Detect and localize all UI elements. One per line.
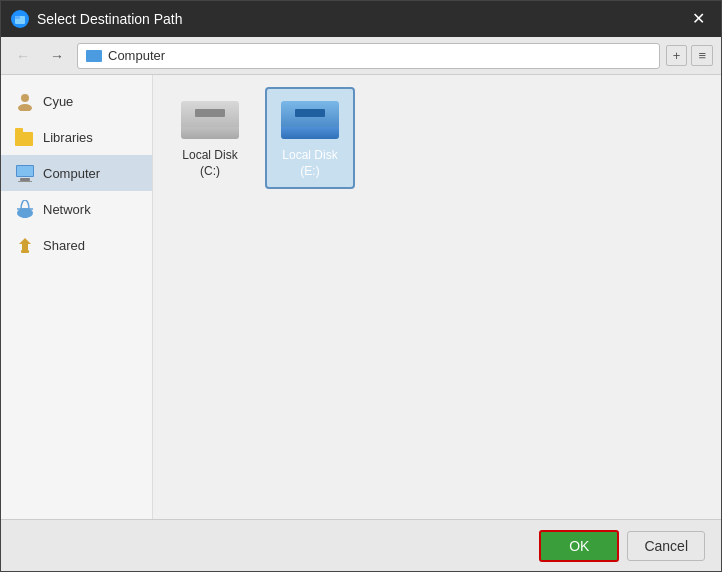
file-grid: Local Disk (C:) Local Disk (E:): [165, 87, 709, 189]
view-toggle-button[interactable]: ≡: [691, 45, 713, 66]
footer: OK Cancel: [1, 519, 721, 571]
select-destination-dialog: Select Destination Path ✕ ← → Computer +…: [0, 0, 722, 572]
disk-c-label: Local Disk (C:): [173, 148, 247, 179]
toolbar: ← → Computer + ≡: [1, 37, 721, 75]
sidebar-label-computer: Computer: [43, 166, 100, 181]
toolbar-right: + ≡: [666, 45, 713, 66]
sidebar-item-cyue[interactable]: Cyue: [1, 83, 152, 119]
computer-icon: [15, 163, 35, 183]
file-item-disk-e[interactable]: Local Disk (E:): [265, 87, 355, 189]
hdd-blue-icon: [280, 97, 340, 142]
svg-rect-7: [17, 166, 33, 176]
svg-point-2: [21, 94, 29, 102]
svg-rect-5: [15, 128, 23, 133]
breadcrumb-computer-icon: [86, 50, 102, 62]
user-icon: [15, 91, 35, 111]
hdd-gray-icon: [180, 97, 240, 142]
new-folder-button[interactable]: +: [666, 45, 688, 66]
close-button[interactable]: ✕: [686, 9, 711, 29]
svg-rect-8: [20, 178, 30, 181]
cancel-button[interactable]: Cancel: [627, 531, 705, 561]
content-area: Cyue Libraries: [1, 75, 721, 519]
title-bar: Select Destination Path ✕: [1, 1, 721, 37]
title-bar-left: Select Destination Path: [11, 10, 183, 28]
sidebar-item-libraries[interactable]: Libraries: [1, 119, 152, 155]
forward-button[interactable]: →: [43, 44, 71, 68]
shared-icon: [15, 235, 35, 255]
dialog-title: Select Destination Path: [37, 11, 183, 27]
ok-button[interactable]: OK: [539, 530, 619, 562]
sidebar-label-libraries: Libraries: [43, 130, 93, 145]
libraries-icon: [15, 127, 35, 147]
back-button[interactable]: ←: [9, 44, 37, 68]
main-content: Local Disk (C:) Local Disk (E:): [153, 75, 721, 519]
network-icon: [15, 199, 35, 219]
svg-rect-4: [15, 132, 33, 146]
sidebar-item-shared[interactable]: Shared: [1, 227, 152, 263]
breadcrumb-text: Computer: [108, 48, 165, 63]
disk-e-label: Local Disk (E:): [273, 148, 347, 179]
sidebar-item-network[interactable]: Network: [1, 191, 152, 227]
svg-rect-1: [15, 16, 20, 19]
svg-rect-13: [21, 250, 29, 253]
sidebar-item-computer[interactable]: Computer: [1, 155, 152, 191]
dialog-icon: [11, 10, 29, 28]
svg-rect-9: [18, 181, 32, 182]
svg-point-3: [18, 104, 32, 111]
sidebar-label-network: Network: [43, 202, 91, 217]
sidebar-label-shared: Shared: [43, 238, 85, 253]
sidebar-label-cyue: Cyue: [43, 94, 73, 109]
file-item-disk-c[interactable]: Local Disk (C:): [165, 87, 255, 189]
breadcrumb-bar: Computer: [77, 43, 660, 69]
sidebar: Cyue Libraries: [1, 75, 153, 519]
